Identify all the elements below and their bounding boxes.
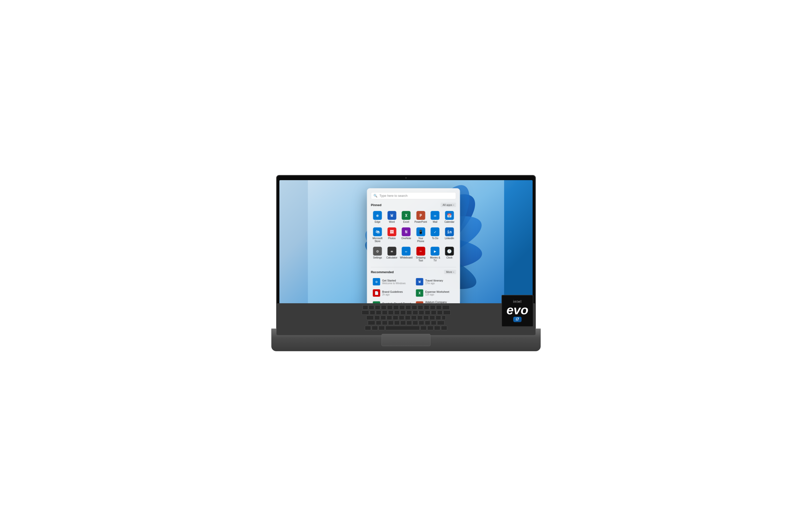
pinned-app-clock[interactable]: 🕐 Clock [443,245,456,264]
app-label: LinkedIn [445,237,454,240]
app-label: Mail [433,221,437,223]
pinned-app-mail[interactable]: ✉ Mail [429,209,442,225]
app-label: Movies & TV [429,256,441,262]
recommended-item-expense-worksheet[interactable]: X Expense Worksheet 12h ago [414,288,456,298]
all-apps-button[interactable]: All apps › [441,203,456,207]
recommended-section-header: Recommended More › [371,270,456,274]
search-placeholder: Type here to search [379,194,453,198]
recommended-item-travel-itinerary[interactable]: W Travel Itinerary 17m ago [414,277,456,287]
app-icon-whiteboard: ✏ [402,247,411,255]
app-icon-excel: X [402,211,411,220]
intel-tier-text: i7 [513,317,521,322]
app-label: Calculator [387,256,397,259]
app-icon-onenote: N [402,228,411,236]
intel-evo-text: evo [506,304,528,316]
app-icon-settings: ⚙ [373,247,382,255]
pinned-app-calendar[interactable]: 📅 Calendar [443,209,456,225]
pinned-app-settings[interactable]: ⚙ Settings [371,245,384,264]
recommended-item-get-started[interactable]: ⚙ Get Started Welcome to Windows [371,277,413,287]
pinned-app-linkedin[interactable]: in LinkedIn [443,226,456,244]
rec-time: 2h ago [382,293,403,296]
pinned-app-onenote[interactable]: N OneNote [400,226,413,244]
app-label: Photos [388,237,395,240]
app-icon-word: W [387,211,396,220]
rec-icon: 📄 [373,289,380,297]
app-label: Settings [373,256,382,259]
pinned-app-photos[interactable]: 🖼 Photos [385,226,398,244]
pinned-app-to-do[interactable]: ✓ To Do [429,226,442,244]
app-label: Your Phone [414,237,427,243]
app-icon-your-phone: 📱 [416,228,425,236]
pinned-apps-grid: e Edge W Word X Excel P PowerPoint ✉ Mai… [371,209,456,264]
pinned-app-edge[interactable]: e Edge [371,209,384,225]
pinned-label: Pinned [371,203,381,207]
app-label: Word [389,221,395,223]
app-icon-clock: 🕐 [445,247,454,255]
more-button[interactable]: More › [444,270,456,274]
pinned-app-excel[interactable]: X Excel [400,209,413,225]
recommended-item-brand-guidelines[interactable]: 📄 Brand Guidelines 2h ago [371,288,413,298]
pinned-app-calculator[interactable]: = Calculator [385,245,398,264]
app-label: Excel [403,221,409,223]
pinned-app-snipping-tool[interactable]: ✂ Snipping Tool [414,245,427,264]
search-bar[interactable]: 🔍 Type here to search [371,192,456,199]
search-icon: 🔍 [374,194,377,198]
pinned-app-powerpoint[interactable]: P PowerPoint [414,209,427,225]
app-label: PowerPoint [414,221,427,223]
app-label: Clock [446,256,452,259]
recommended-label: Recommended [371,270,393,274]
app-icon-calculator: = [387,247,396,255]
rec-name: Get Started [382,279,406,282]
rec-text-group: Travel Itinerary 17m ago [425,279,443,285]
rec-text-group: Brand Guidelines 2h ago [382,290,403,296]
keyboard [276,303,536,335]
rec-time: 17m ago [425,282,443,285]
pinned-app-word[interactable]: W Word [385,209,398,225]
app-label: To Do [432,237,438,240]
app-icon-linkedin: in [445,228,454,236]
touchpad[interactable] [381,334,431,346]
rec-icon: ⚙ [373,278,380,286]
rec-icon: X [416,289,423,297]
app-icon-snipping-tool: ✂ [416,247,425,255]
app-icon-microsoft-store: 🛍 [373,228,382,236]
app-icon-powerpoint: P [416,211,425,220]
intel-evo-badge: intel evo i7 [502,295,533,327]
rec-icon: W [416,278,423,286]
app-label: OneNote [401,237,411,240]
rec-time: Welcome to Windows [382,282,406,285]
rec-time: 12h ago [425,293,449,296]
app-label: Edge [375,221,380,223]
pinned-app-whiteboard[interactable]: ✏ Whiteboard [400,245,413,264]
camera-icon [405,177,407,179]
laptop: 🔍 Type here to search Pinned All apps › [271,175,541,351]
rec-name: Travel Itinerary [425,279,443,282]
rec-name: Expense Worksheet [425,290,449,293]
app-icon-edge: e [373,211,382,220]
rec-text-group: Expense Worksheet 12h ago [425,290,449,296]
app-icon-movies-&-tv: ▶ [431,247,439,255]
pinned-section-header: Pinned All apps › [371,203,456,207]
rec-name: Brand Guidelines [382,290,403,293]
app-icon-to-do: ✓ [431,228,439,236]
app-icon-photos: 🖼 [387,228,396,236]
app-label: Snipping Tool [414,256,427,262]
pinned-app-movies-&-tv[interactable]: ▶ Movies & TV [429,245,442,264]
laptop-base [271,329,541,351]
rec-text-group: Get Started Welcome to Windows [382,279,406,285]
app-label: Whiteboard [400,256,412,259]
app-label: Microsoft Store [371,237,383,243]
app-icon-mail: ✉ [431,211,439,220]
app-icon-calendar: 📅 [445,211,454,220]
pinned-app-microsoft-store[interactable]: 🛍 Microsoft Store [371,226,384,244]
app-label: Calendar [445,221,454,223]
pinned-app-your-phone[interactable]: 📱 Your Phone [414,226,427,244]
